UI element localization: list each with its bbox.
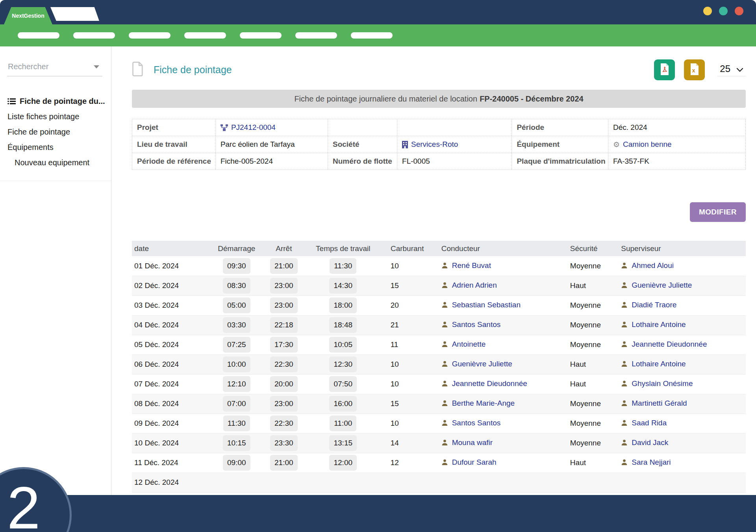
cell-duration: 14:30 <box>308 276 379 296</box>
person-icon <box>621 400 628 406</box>
time-chip: 03:30 <box>223 317 250 333</box>
person-icon <box>441 400 448 406</box>
person-icon <box>621 459 628 466</box>
person-icon <box>441 301 448 308</box>
driver-link[interactable]: Mouna wafir <box>441 438 493 447</box>
driver-link[interactable]: Berthe Marie-Ange <box>441 399 515 408</box>
driver-link[interactable]: Sebastian Sebastian <box>441 301 521 309</box>
supervisor-link[interactable]: Diadié Traore <box>621 301 676 309</box>
sidebar-item-4[interactable]: Équipements <box>0 140 111 155</box>
cell-start: 12:10 <box>213 374 260 394</box>
cell-date: 04 Déc. 2024 <box>132 315 213 335</box>
supervisor-link[interactable]: Martinetti Gérald <box>621 399 687 408</box>
nav-item-5[interactable] <box>240 32 282 39</box>
sidebar-item-2[interactable]: Liste fiches pointage <box>0 109 111 124</box>
per-page-value: 25 <box>720 63 730 74</box>
cell-driver: Sebastian Sebastian <box>436 296 568 315</box>
table-row: 06 Déc. 202410:0022:3012:3010Guenièvre J… <box>132 355 746 374</box>
table-row: 04 Déc. 202403:3022:1818:4821Santos Sant… <box>132 315 746 335</box>
cell-date: 12 Déc. 2024 <box>132 473 213 492</box>
nav-item-4[interactable] <box>184 32 226 39</box>
supervisor-link[interactable]: David Jack <box>621 438 668 447</box>
close-button[interactable] <box>735 7 743 15</box>
driver-link[interactable]: Jeannette Dieudonnée <box>441 379 527 388</box>
supervisor-link[interactable]: Ghyslain Onésime <box>621 379 693 388</box>
driver-link[interactable]: Santos Santos <box>441 320 501 329</box>
cell-stop: 21:00 <box>260 453 308 473</box>
detail-label: Numéro de flotte <box>328 153 397 170</box>
supervisor-link[interactable]: Sara Nejjari <box>621 458 671 467</box>
minimize-button[interactable] <box>703 7 712 15</box>
supervisor-link[interactable]: Guenièvre Juliette <box>621 281 692 290</box>
supervisor-link[interactable]: Ahmed Aloui <box>621 261 674 270</box>
brand-tab[interactable]: NextGestion <box>4 7 52 24</box>
detail-link[interactable]: ⚙Camion benne <box>613 140 672 149</box>
detail-label <box>328 119 397 136</box>
driver-link[interactable]: Guenièvre Juliette <box>441 360 512 368</box>
modify-button[interactable]: MODIFIER <box>690 202 746 222</box>
time-chip: 18:00 <box>329 297 357 313</box>
per-page-select[interactable]: 25 <box>717 63 746 76</box>
sidebar-item-label: Liste fiches pointage <box>7 112 79 121</box>
cell-fuel: 11 <box>379 335 436 355</box>
detail-value: PJ2412-0004 <box>215 119 328 136</box>
time-chip: 14:30 <box>329 278 357 294</box>
cell-supervisor <box>619 473 746 492</box>
nav-item-6[interactable] <box>295 32 337 39</box>
time-chip: 23:30 <box>270 435 298 451</box>
cell-supervisor: Sara Nejjari <box>619 453 746 473</box>
detail-value: Services-Roto <box>397 136 511 153</box>
cell-stop: 23:00 <box>260 394 308 414</box>
banner-text: Fiche de pointage journaliere du materie… <box>294 94 477 103</box>
export-pdf-button[interactable] <box>654 59 675 80</box>
column-header: Démarrage <box>213 241 260 256</box>
time-chip: 17:30 <box>270 337 298 353</box>
cell-fuel: 21 <box>379 315 436 335</box>
cell-start: 07:25 <box>213 335 260 355</box>
driver-link[interactable]: Dufour Sarah <box>441 458 497 467</box>
secondary-tab[interactable] <box>50 7 99 21</box>
time-chip: 11:00 <box>330 416 356 431</box>
time-chip: 23:00 <box>270 278 298 294</box>
cell-safety: Moyenne <box>568 394 619 414</box>
cell-date: 09 Déc. 2024 <box>132 414 213 433</box>
time-chip: 07:00 <box>223 396 250 412</box>
export-excel-button[interactable]: x <box>684 59 705 80</box>
footer-bar <box>0 495 756 532</box>
supervisor-link[interactable]: Jeannette Dieudonnée <box>621 340 707 349</box>
nav-item-7[interactable] <box>351 32 393 39</box>
time-chip: 21:00 <box>270 258 298 274</box>
driver-link[interactable]: René Buvat <box>441 261 491 270</box>
detail-link[interactable]: PJ2412-0004 <box>220 123 276 132</box>
sidebar-item-3[interactable]: Fiche de pointage <box>0 124 111 140</box>
cell-start: 05:00 <box>213 296 260 315</box>
sidebar-item-1[interactable]: Fiche de pointage du... <box>0 94 111 109</box>
sidebar-item-label: Nouveau equipement <box>15 158 89 167</box>
column-header: Arrêt <box>260 241 308 256</box>
gear-icon: ⚙ <box>613 140 620 149</box>
driver-link[interactable]: Antoinette <box>441 340 486 349</box>
page-number: 2 <box>7 478 41 532</box>
restore-button[interactable] <box>719 7 728 15</box>
time-chip: 12:00 <box>329 455 357 471</box>
nav-item-1[interactable] <box>18 32 59 39</box>
detail-link[interactable]: Services-Roto <box>402 140 458 149</box>
supervisor-link[interactable]: Lothaire Antoine <box>621 360 686 368</box>
table-row: 12 Déc. 2024 <box>132 473 746 492</box>
sidebar-item-5[interactable]: Nouveau equipement <box>0 155 111 170</box>
excel-file-icon: x <box>689 63 700 76</box>
detail-value: Fiche-005-2024 <box>215 153 328 170</box>
supervisor-link[interactable]: Saad Rida <box>621 419 667 427</box>
nav-item-3[interactable] <box>129 32 170 39</box>
brand-label: NextGestion <box>12 13 44 19</box>
search-input[interactable]: Rechercher <box>7 61 102 76</box>
supervisor-link[interactable]: Lothaire Antoine <box>621 320 686 329</box>
cell-start: 11:30 <box>213 414 260 433</box>
nav-item-2[interactable] <box>73 32 115 39</box>
driver-link[interactable]: Adrien Adrien <box>441 281 497 290</box>
driver-link[interactable]: Santos Santos <box>441 419 501 427</box>
cell-date: 11 Déc. 2024 <box>132 453 213 473</box>
time-chip: 13:15 <box>329 435 357 451</box>
time-chip: 12:30 <box>329 357 357 372</box>
time-chip: 10:05 <box>329 337 357 353</box>
